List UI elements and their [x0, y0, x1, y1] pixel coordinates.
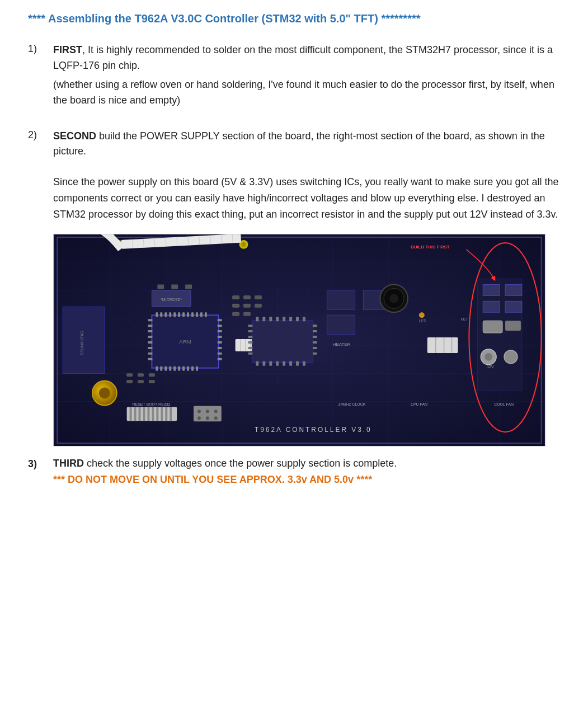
svg-rect-115 — [327, 315, 355, 335]
svg-point-165 — [206, 410, 209, 413]
svg-text:T962A  CONTROLLER     V3.0: T962A CONTROLLER V3.0 — [255, 426, 372, 434]
item-2-main: SECOND build the POWER SUPPLY section of… — [53, 129, 560, 160]
svg-rect-64 — [148, 330, 152, 332]
svg-rect-61 — [196, 366, 198, 370]
item-3-main: THIRD check the supply voltages once the… — [53, 458, 560, 469]
svg-rect-128 — [483, 301, 500, 312]
svg-rect-142 — [244, 304, 251, 307]
svg-text:STLINK/JTAG: STLINK/JTAG — [80, 331, 84, 355]
svg-rect-45 — [178, 312, 180, 317]
main-content: 1) FIRST, It is highly recommended to so… — [28, 43, 560, 486]
svg-rect-106 — [313, 325, 317, 327]
svg-rect-51 — [205, 312, 207, 317]
svg-rect-49 — [196, 312, 198, 317]
svg-rect-69 — [148, 358, 152, 360]
svg-rect-148 — [149, 373, 154, 376]
svg-rect-52 — [156, 366, 158, 370]
svg-rect-38 — [185, 284, 192, 289]
svg-rect-161 — [165, 407, 167, 421]
svg-rect-83 — [252, 321, 313, 363]
svg-rect-44 — [173, 312, 176, 317]
svg-rect-92 — [256, 361, 258, 366]
svg-text:CPU FAN: CPU FAN — [411, 402, 427, 406]
svg-rect-127 — [505, 284, 522, 295]
svg-rect-50 — [200, 312, 203, 317]
svg-rect-103 — [248, 341, 252, 344]
svg-rect-59 — [187, 366, 189, 370]
svg-rect-46 — [182, 312, 185, 317]
svg-point-164 — [197, 410, 201, 413]
svg-rect-121 — [427, 337, 458, 353]
svg-rect-74 — [218, 341, 222, 344]
svg-rect-107 — [313, 330, 317, 332]
item-1-content: FIRST, It is highly recommended to solde… — [53, 43, 560, 112]
item-2-number: 2) — [28, 129, 53, 141]
item-3-text: check the supply voltages once the power… — [84, 458, 397, 469]
svg-text:*MICROSD*: *MICROSD* — [161, 298, 182, 302]
svg-rect-90 — [296, 317, 299, 321]
svg-rect-55 — [169, 366, 171, 370]
svg-rect-94 — [269, 361, 272, 366]
svg-text:COOL FAN: COOL FAN — [494, 402, 514, 406]
svg-rect-139 — [244, 295, 251, 299]
svg-rect-43 — [169, 312, 171, 317]
item-3-bold: THIRD — [53, 458, 84, 469]
svg-text:RESET  BOOT   RS232: RESET BOOT RS232 — [133, 402, 171, 406]
svg-rect-144 — [233, 312, 239, 316]
svg-rect-109 — [313, 341, 317, 344]
svg-point-133 — [484, 353, 492, 361]
board-svg: STLINK/JTAG *MICROSD* — [54, 234, 545, 446]
svg-rect-60 — [191, 366, 194, 370]
svg-rect-157 — [147, 407, 149, 421]
item-2-content: SECOND build the POWER SUPPLY section of… — [53, 129, 560, 163]
item-2-bold: SECOND — [53, 130, 96, 142]
svg-point-119 — [419, 312, 425, 318]
svg-rect-71 — [218, 325, 222, 327]
svg-rect-101 — [248, 330, 252, 332]
svg-rect-129 — [505, 301, 522, 312]
board-image: STLINK/JTAG *MICROSD* — [53, 234, 545, 446]
svg-rect-153 — [130, 407, 132, 421]
svg-rect-63 — [148, 325, 152, 327]
svg-rect-102 — [248, 336, 252, 338]
svg-rect-145 — [244, 312, 251, 316]
svg-rect-154 — [134, 407, 137, 421]
svg-point-167 — [197, 416, 201, 420]
item-1-main: FIRST, It is highly recommended to solde… — [53, 43, 560, 74]
svg-rect-97 — [289, 361, 292, 366]
svg-rect-100 — [248, 325, 252, 327]
svg-text:ARM: ARM — [179, 339, 191, 345]
svg-rect-156 — [143, 407, 145, 421]
svg-rect-48 — [191, 312, 194, 317]
list-item: 1) FIRST, It is highly recommended to so… — [28, 43, 560, 112]
svg-rect-126 — [483, 284, 500, 295]
svg-rect-143 — [255, 304, 261, 307]
svg-rect-158 — [152, 407, 154, 421]
item-3-number: 3) — [28, 458, 53, 470]
svg-rect-146 — [127, 373, 133, 376]
svg-rect-150 — [138, 380, 144, 383]
svg-rect-96 — [283, 361, 285, 366]
svg-rect-87 — [276, 317, 279, 321]
svg-text:LED: LED — [419, 319, 427, 323]
svg-text:BUILD THIS FIRST: BUILD THIS FIRST — [411, 245, 450, 250]
svg-rect-86 — [269, 317, 272, 321]
svg-rect-108 — [313, 336, 317, 338]
item-3-warning: *** DO NOT MOVE ON UNTIL YOU SEE APPROX.… — [53, 474, 560, 486]
svg-rect-72 — [218, 330, 222, 332]
svg-rect-70 — [218, 319, 222, 321]
svg-rect-37 — [171, 284, 178, 289]
svg-point-135 — [504, 350, 518, 364]
svg-rect-147 — [138, 373, 144, 376]
item-2-extra-para: Since the power supply on this board (5V… — [53, 174, 560, 222]
svg-rect-141 — [233, 304, 239, 307]
item-1-text: , It is highly recommended to solder on … — [53, 44, 553, 71]
item-1-number: 1) — [28, 43, 53, 55]
svg-rect-155 — [139, 407, 141, 421]
svg-rect-40 — [156, 312, 158, 317]
svg-rect-84 — [256, 317, 258, 321]
item-3-content: THIRD check the supply voltages once the… — [53, 458, 560, 486]
svg-point-168 — [206, 416, 209, 420]
svg-rect-151 — [149, 380, 154, 383]
svg-rect-58 — [182, 366, 185, 370]
